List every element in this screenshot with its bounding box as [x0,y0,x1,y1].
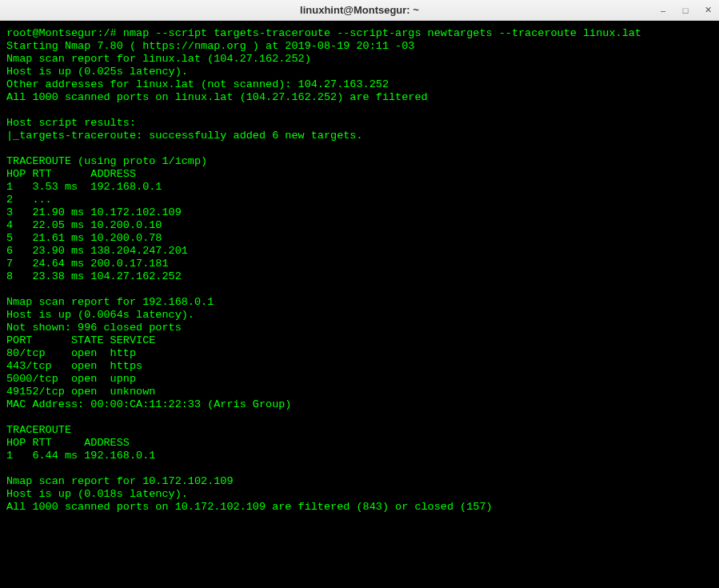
terminal-line: 3 21.90 ms 10.172.102.109 [6,206,713,219]
terminal-line: Nmap scan report for linux.lat (104.27.1… [6,53,713,66]
terminal-line: 1 6.44 ms 192.168.0.1 [6,450,713,462]
terminal-line: 5000/tcp open upnp [6,373,713,386]
terminal-line: TRACEROUTE [6,424,713,437]
terminal-line [6,104,713,117]
terminal-line: 8 23.38 ms 104.27.162.252 [6,270,713,283]
terminal-line: 1 3.53 ms 192.168.0.1 [6,181,713,194]
terminal-line [6,411,713,424]
terminal-line: PORT STATE SERVICE [6,334,713,347]
terminal-line: 80/tcp open http [6,347,713,360]
terminal-line: 6 23.90 ms 138.204.247.201 [6,245,713,258]
terminal-line: Host is up (0.018s latency). [6,488,713,501]
minimize-button[interactable]: – [658,6,668,15]
terminal-line: Nmap scan report for 192.168.0.1 [6,296,713,309]
terminal-line [6,514,713,526]
terminal-line: 2 ... [6,194,713,206]
window-title: linuxhint@Montsegur: ~ [300,4,419,16]
terminal-line: 49152/tcp open unknown [6,386,713,398]
close-button[interactable]: ✕ [703,5,713,15]
terminal-line: Other addresses for linux.lat (not scann… [6,78,713,91]
terminal-line: TRACEROUTE (using proto 1/icmp) [6,155,713,168]
maximize-button[interactable]: □ [681,6,690,15]
terminal-line: |_targets-traceroute: successfully added… [6,130,713,142]
terminal-line: 7 24.64 ms 200.0.17.181 [6,258,713,270]
terminal-line: MAC Address: 00:00:CA:11:22:33 (Arris Gr… [6,398,713,411]
terminal-line: 5 21.61 ms 10.200.0.78 [6,232,713,245]
terminal-line: 4 22.05 ms 10.200.0.10 [6,219,713,232]
terminal-line: Host is up (0.0064s latency). [6,309,713,322]
terminal-line: Nmap scan report for 10.172.102.109 [6,475,713,488]
terminal-line [6,462,713,475]
terminal-line: Not shown: 996 closed ports [6,322,713,334]
terminal-line: Host is up (0.025s latency). [6,66,713,78]
terminal-line: All 1000 scanned ports on linux.lat (104… [6,91,713,104]
terminal-output[interactable]: root@Montsegur:/# nmap --script targets-… [0,21,719,588]
terminal-line: 443/tcp open https [6,360,713,373]
terminal-line: HOP RTT ADDRESS [6,437,713,450]
terminal-line: Host script results: [6,117,713,130]
terminal-line: Starting Nmap 7.80 ( https://nmap.org ) … [6,40,713,53]
window-controls: – □ ✕ [658,5,713,15]
terminal-line: All 1000 scanned ports on 10.172.102.109… [6,501,713,514]
terminal-line [6,142,713,155]
terminal-line: HOP RTT ADDRESS [6,168,713,181]
titlebar: linuxhint@Montsegur: ~ – □ ✕ [0,0,719,21]
terminal-line [6,283,713,296]
terminal-line: root@Montsegur:/# nmap --script targets-… [6,27,713,40]
